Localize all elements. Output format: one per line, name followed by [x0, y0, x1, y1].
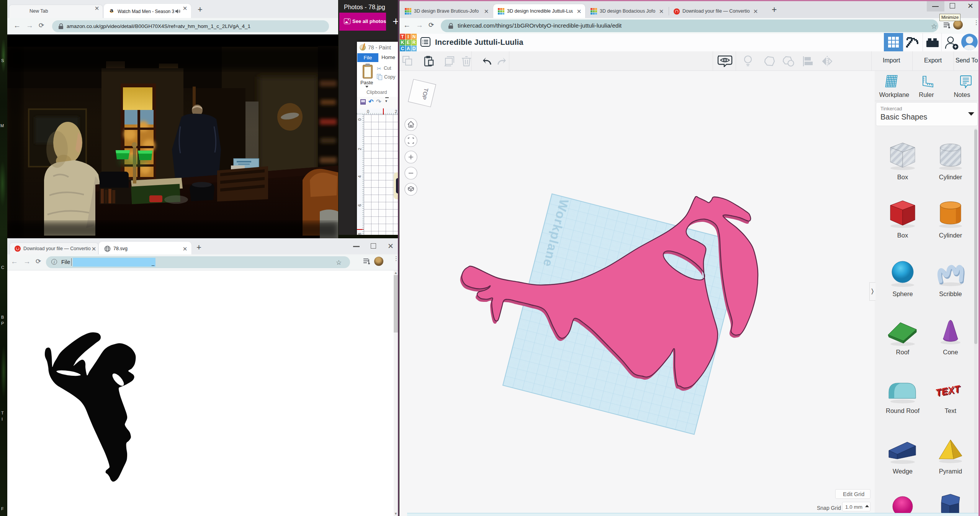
- svg-text:C: C: [401, 46, 404, 51]
- svg-text:T: T: [401, 34, 404, 39]
- svg-text:I: I: [407, 34, 409, 39]
- svg-text:K: K: [401, 40, 404, 45]
- svg-text:R: R: [412, 40, 416, 45]
- svg-text:N: N: [412, 34, 416, 39]
- svg-text:A: A: [407, 46, 410, 51]
- svg-text:D: D: [412, 46, 416, 51]
- svg-text:TEXT: TEXT: [935, 383, 962, 398]
- svg-text:E: E: [407, 40, 410, 45]
